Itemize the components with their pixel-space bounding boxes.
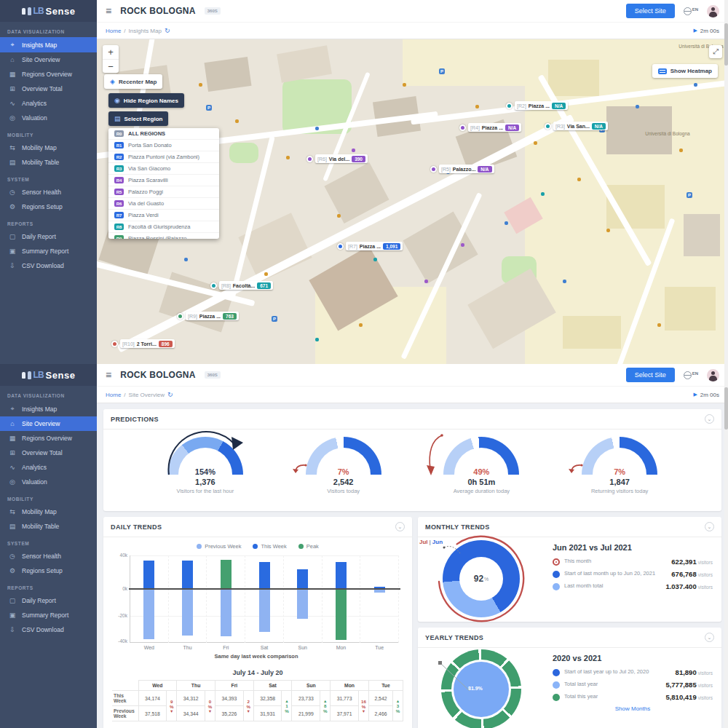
- region-option[interactable]: R2Piazza Puntoni (via Zamboni): [108, 151, 219, 163]
- sidebar-item-summary-report[interactable]: ▣Summary Report: [0, 608, 97, 622]
- y-axis-tick: -40k: [110, 638, 127, 644]
- refresh-icon[interactable]: ↻: [167, 391, 173, 398]
- sidebar-item-csv-download[interactable]: ⇩CSV Download: [0, 258, 97, 273]
- sidebar-item-regions-setup[interactable]: ⚙Regions Setup: [0, 563, 97, 578]
- scrollbar[interactable]: [724, 364, 728, 728]
- language-switcher[interactable]: EN: [684, 371, 698, 379]
- sidebar-item-regions-overview[interactable]: ▦Regions Overview: [0, 67, 97, 82]
- poi-icon: [286, 156, 290, 159]
- topbar-right: Select Site EN: [626, 4, 719, 18]
- sidebar-item-analytics[interactable]: ∿Analytics: [0, 460, 97, 475]
- collapse-icon[interactable]: ⌄: [395, 522, 405, 531]
- select-region-button[interactable]: ▤Select Region: [108, 111, 168, 126]
- scrollbar[interactable]: [724, 0, 728, 364]
- bar-slot: Fri: [207, 555, 245, 643]
- panel-header: DAILY TRENDS ⌄: [103, 517, 412, 537]
- play-icon[interactable]: ▶: [693, 28, 697, 33]
- region-option[interactable]: R1Porta San Donato: [108, 140, 219, 151]
- region-map-label[interactable]: [R7]Piazza ...1,091: [337, 242, 403, 250]
- sidebar-item-valuation[interactable]: ◎Valuation: [0, 475, 97, 489]
- avatar[interactable]: [707, 369, 719, 381]
- region-option[interactable]: R3Via San Giacomo: [108, 163, 219, 175]
- region-map-label[interactable]: [R8]Facoltà...671: [210, 281, 273, 290]
- sidebar-item-label: Mobility Table: [22, 159, 59, 166]
- legend-item-this-week[interactable]: This Week: [253, 543, 286, 550]
- legend-dot-icon: [553, 558, 560, 566]
- sidebar-item-sensor-health[interactable]: ◷Sensor Health: [0, 185, 97, 199]
- select-site-button[interactable]: Select Site: [626, 4, 675, 18]
- sidebar-item-mobility-map[interactable]: ⇆Mobility Map: [0, 141, 97, 155]
- sidebar-item-site-overview[interactable]: ⌂Site Overview: [0, 416, 97, 431]
- collapse-icon[interactable]: ⌄: [705, 522, 714, 531]
- sidebar-item-overview-total[interactable]: ⊞Overview Total: [0, 82, 97, 96]
- collapse-icon[interactable]: ⌄: [705, 414, 714, 424]
- region-option[interactable]: R6Via del Guasto: [108, 198, 219, 210]
- bar-slot: Wed: [130, 555, 169, 643]
- region-map-label[interactable]: [R4]Piazza ...N/A: [459, 123, 521, 132]
- sidebar-item-insights-map[interactable]: ⌖Insights Map: [0, 37, 97, 52]
- region-map-label[interactable]: [R3]Via San...N/A: [545, 122, 608, 130]
- region-map-label[interactable]: [R10]2 Torri...896: [111, 339, 175, 348]
- sidebar-item-mobility-table[interactable]: ▤Mobility Table: [0, 155, 97, 170]
- sidebar-item-summary-report[interactable]: ▣Summary Report: [0, 244, 97, 258]
- region-map-label[interactable]: [R2]Piazza ...N/A: [506, 101, 568, 110]
- language-switcher[interactable]: EN: [684, 7, 698, 15]
- hide-region-names-button[interactable]: ◉Hide Region Names: [108, 93, 184, 108]
- region-option[interactable]: R5Palazzo Poggi: [108, 186, 219, 198]
- logo-person-icon: [28, 7, 31, 15]
- map-canvas[interactable]: P P P P P Università di Bologna Universi…: [97, 39, 728, 364]
- play-icon[interactable]: ▶: [693, 392, 697, 397]
- region-badge: R4: [114, 177, 124, 183]
- sidebar-item-sensor-health[interactable]: ◷Sensor Health: [0, 549, 97, 563]
- show-months-link[interactable]: Show Months: [553, 705, 713, 712]
- poi-icon: [505, 221, 508, 225]
- scrollbar-thumb[interactable]: [724, 23, 728, 66]
- region-option-all[interactable]: R0ALL REGIONS: [108, 128, 219, 140]
- gear-icon: ⚙: [9, 567, 16, 574]
- sidebar-item-site-overview[interactable]: ⌂Site Overview: [0, 52, 97, 67]
- zoom-in-button[interactable]: +: [103, 45, 119, 59]
- hamburger-menu-icon[interactable]: ≡: [106, 5, 111, 17]
- sidebar-item-overview-total[interactable]: ⊞Overview Total: [0, 446, 97, 460]
- region-name: Piazza Verdi: [128, 212, 159, 218]
- region-dot-icon: [306, 156, 313, 162]
- map-building: [606, 106, 672, 154]
- refresh-icon[interactable]: ↻: [165, 27, 170, 34]
- sidebar-item-regions-setup[interactable]: ⚙Regions Setup: [0, 199, 97, 214]
- donut-percent: 92: [474, 574, 483, 584]
- select-site-button[interactable]: Select Site: [626, 368, 675, 382]
- region-map-label[interactable]: [R9]Piazza ...763: [177, 312, 239, 320]
- region-map-label[interactable]: [R5]Palazzo...N/A: [430, 165, 494, 173]
- breadcrumb-home-link[interactable]: Home: [106, 28, 121, 34]
- region-option[interactable]: R4Piazza Scaravilli: [108, 175, 219, 186]
- monthly-trends-body: 92% Jul|Jun Jun 2021 vs Jul 2021 This mo…: [418, 537, 721, 622]
- avatar[interactable]: [707, 5, 719, 17]
- sidebar-item-csv-download[interactable]: ⇩CSV Download: [0, 622, 97, 637]
- fullscreen-icon[interactable]: ⤢: [709, 45, 722, 58]
- legend-item-previous-week[interactable]: Previous Week: [197, 543, 241, 550]
- breadcrumb-home-link[interactable]: Home: [106, 392, 121, 398]
- sidebar-item-mobility-map[interactable]: ⇆Mobility Map: [0, 505, 97, 519]
- sidebar-item-analytics[interactable]: ∿Analytics: [0, 96, 97, 111]
- sidebar-item-insights-map[interactable]: ⌖Insights Map: [0, 401, 97, 416]
- sidebar-item-daily-report[interactable]: ▢Daily Report: [0, 229, 97, 244]
- region-option[interactable]: R9Piazza Rossini (Palazzo: [108, 233, 219, 239]
- sidebar-item-valuation[interactable]: ◎Valuation: [0, 111, 97, 125]
- sidebar-item-mobility-table[interactable]: ▤Mobility Table: [0, 519, 97, 534]
- analytics-icon: ∿: [9, 100, 16, 107]
- sidebar-item-regions-overview[interactable]: ▦Regions Overview: [0, 431, 97, 446]
- legend-item-peak[interactable]: Peak: [298, 543, 319, 550]
- show-heatmap-button[interactable]: Show Heatmap: [652, 64, 718, 78]
- recenter-map-button[interactable]: ◈Recenter Map: [104, 74, 162, 89]
- region-name: ALL REGIONS: [128, 130, 165, 137]
- sidebar-item-label: CSV Download: [22, 262, 64, 269]
- region-option[interactable]: R7Piazza Verdi: [108, 210, 219, 221]
- hamburger-menu-icon[interactable]: ≡: [106, 369, 111, 381]
- sidebar-item-daily-report[interactable]: ▢Daily Report: [0, 593, 97, 608]
- collapse-icon[interactable]: ⌄: [705, 633, 714, 642]
- region-option[interactable]: R8Facoltà di Giurisprudenza: [108, 221, 219, 233]
- scrollbar-thumb[interactable]: [724, 387, 728, 430]
- zoom-out-button[interactable]: −: [103, 59, 119, 73]
- region-map-label[interactable]: [R6]Via del...390: [306, 154, 368, 163]
- gauge-percent: 7%: [582, 467, 657, 476]
